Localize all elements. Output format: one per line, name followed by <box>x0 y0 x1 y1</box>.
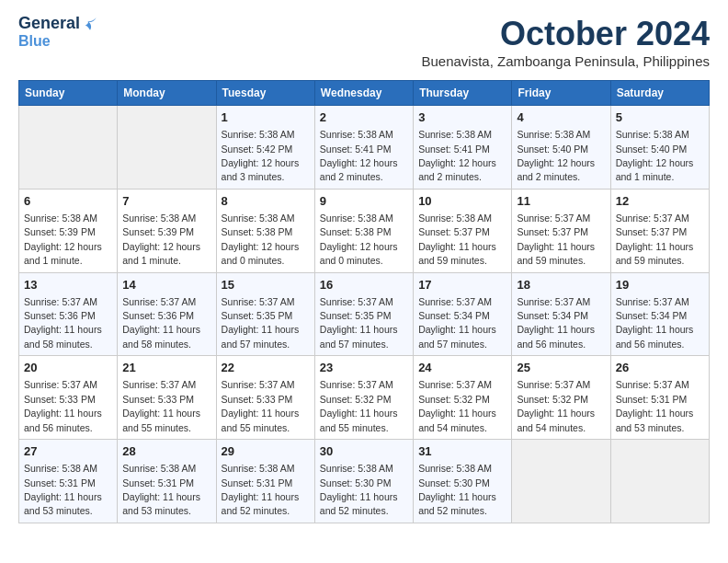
sunrise-info: Sunrise: 5:38 AM <box>320 213 393 224</box>
sunrise-info: Sunrise: 5:37 AM <box>517 379 590 390</box>
calendar-cell: 4Sunrise: 5:38 AMSunset: 5:40 PMDaylight… <box>512 106 610 190</box>
daylight-info: Daylight: 11 hours and 59 minutes. <box>418 241 496 266</box>
sunset-info: Sunset: 5:42 PM <box>222 144 293 155</box>
calendar-cell: 14Sunrise: 5:37 AMSunset: 5:36 PMDayligh… <box>118 272 216 356</box>
daylight-info: Daylight: 12 hours and 0 minutes. <box>320 241 398 266</box>
sunrise-info: Sunrise: 5:37 AM <box>616 296 689 307</box>
sunset-info: Sunset: 5:34 PM <box>418 310 490 321</box>
day-number: 29 <box>222 443 310 460</box>
day-number: 10 <box>418 193 506 210</box>
calendar-cell: 30Sunrise: 5:38 AMSunset: 5:30 PMDayligh… <box>314 440 413 523</box>
day-number: 5 <box>616 109 704 126</box>
daylight-info: Daylight: 11 hours and 56 minutes. <box>24 408 102 432</box>
daylight-info: Daylight: 11 hours and 54 minutes. <box>418 408 496 432</box>
sunset-info: Sunset: 5:34 PM <box>616 310 688 321</box>
sunset-info: Sunset: 5:31 PM <box>222 477 293 488</box>
weekday-header-sunday: Sunday <box>19 81 118 106</box>
sunset-info: Sunset: 5:31 PM <box>24 477 96 488</box>
sunset-info: Sunset: 5:36 PM <box>122 310 194 321</box>
title-area: October 2024 Buenavista, Zamboanga Penin… <box>421 15 710 76</box>
day-number: 25 <box>517 360 605 376</box>
sunrise-info: Sunrise: 5:38 AM <box>418 129 492 140</box>
daylight-info: Daylight: 12 hours and 2 minutes. <box>418 157 496 182</box>
sunrise-info: Sunrise: 5:38 AM <box>320 129 393 140</box>
daylight-info: Daylight: 11 hours and 53 minutes. <box>122 491 200 516</box>
day-number: 26 <box>616 360 704 376</box>
day-number: 24 <box>418 360 506 376</box>
weekday-header-tuesday: Tuesday <box>216 81 314 106</box>
daylight-info: Daylight: 12 hours and 0 minutes. <box>222 241 300 266</box>
sunrise-info: Sunrise: 5:37 AM <box>320 296 393 307</box>
daylight-info: Daylight: 12 hours and 2 minutes. <box>517 157 595 182</box>
sunset-info: Sunset: 5:40 PM <box>517 144 588 155</box>
sunrise-info: Sunrise: 5:37 AM <box>222 296 295 307</box>
sunrise-info: Sunrise: 5:38 AM <box>418 463 492 474</box>
sunset-info: Sunset: 5:31 PM <box>122 477 194 488</box>
calendar-cell: 18Sunrise: 5:37 AMSunset: 5:34 PMDayligh… <box>512 272 610 356</box>
calendar-cell: 27Sunrise: 5:38 AMSunset: 5:31 PMDayligh… <box>19 440 118 523</box>
sunrise-info: Sunrise: 5:37 AM <box>418 296 492 307</box>
calendar-table: SundayMondayTuesdayWednesdayThursdayFrid… <box>18 80 710 523</box>
sunset-info: Sunset: 5:35 PM <box>222 310 293 321</box>
day-number: 30 <box>320 443 408 460</box>
daylight-info: Daylight: 11 hours and 56 minutes. <box>616 324 694 349</box>
calendar-cell: 15Sunrise: 5:37 AMSunset: 5:35 PMDayligh… <box>216 272 314 356</box>
daylight-info: Daylight: 11 hours and 59 minutes. <box>517 241 595 266</box>
calendar-cell: 13Sunrise: 5:37 AMSunset: 5:36 PMDayligh… <box>19 272 118 356</box>
daylight-info: Daylight: 12 hours and 2 minutes. <box>320 157 398 182</box>
sunset-info: Sunset: 5:33 PM <box>24 394 96 405</box>
sunset-info: Sunset: 5:35 PM <box>320 310 392 321</box>
daylight-info: Daylight: 11 hours and 55 minutes. <box>320 408 398 432</box>
daylight-info: Daylight: 12 hours and 3 minutes. <box>222 157 300 182</box>
sunrise-info: Sunrise: 5:37 AM <box>517 296 590 307</box>
calendar-cell: 1Sunrise: 5:38 AMSunset: 5:42 PMDaylight… <box>216 106 314 190</box>
day-number: 17 <box>418 277 506 293</box>
daylight-info: Daylight: 11 hours and 56 minutes. <box>517 324 595 349</box>
day-number: 19 <box>616 277 704 293</box>
sunset-info: Sunset: 5:32 PM <box>418 394 490 405</box>
day-number: 12 <box>616 193 704 210</box>
daylight-info: Daylight: 11 hours and 58 minutes. <box>24 324 102 349</box>
calendar-cell: 7Sunrise: 5:38 AMSunset: 5:39 PMDaylight… <box>118 189 216 272</box>
sunset-info: Sunset: 5:33 PM <box>122 394 194 405</box>
calendar-cell: 26Sunrise: 5:37 AMSunset: 5:31 PMDayligh… <box>610 356 709 440</box>
day-number: 11 <box>517 193 605 210</box>
calendar-cell: 12Sunrise: 5:37 AMSunset: 5:37 PMDayligh… <box>610 189 709 272</box>
calendar-cell <box>118 106 216 190</box>
sunrise-info: Sunrise: 5:37 AM <box>222 379 295 390</box>
day-number: 13 <box>24 277 112 293</box>
daylight-info: Daylight: 11 hours and 58 minutes. <box>122 324 200 349</box>
day-number: 6 <box>24 193 112 210</box>
logo: General Blue <box>18 15 104 49</box>
calendar-cell: 21Sunrise: 5:37 AMSunset: 5:33 PMDayligh… <box>118 356 216 440</box>
calendar-cell: 5Sunrise: 5:38 AMSunset: 5:40 PMDaylight… <box>610 106 709 190</box>
weekday-header-thursday: Thursday <box>414 81 512 106</box>
sunrise-info: Sunrise: 5:37 AM <box>616 213 689 224</box>
month-title: October 2024 <box>421 15 710 53</box>
sunset-info: Sunset: 5:39 PM <box>122 226 194 237</box>
calendar-cell: 20Sunrise: 5:37 AMSunset: 5:33 PMDayligh… <box>19 356 118 440</box>
day-number: 7 <box>122 193 210 210</box>
calendar-cell: 23Sunrise: 5:37 AMSunset: 5:32 PMDayligh… <box>314 356 413 440</box>
daylight-info: Daylight: 11 hours and 53 minutes. <box>616 408 694 432</box>
sunrise-info: Sunrise: 5:38 AM <box>222 213 295 224</box>
calendar-cell: 17Sunrise: 5:37 AMSunset: 5:34 PMDayligh… <box>414 272 512 356</box>
sunrise-info: Sunrise: 5:38 AM <box>122 213 196 224</box>
calendar-cell: 29Sunrise: 5:38 AMSunset: 5:31 PMDayligh… <box>216 440 314 523</box>
daylight-info: Daylight: 12 hours and 1 minute. <box>122 241 200 266</box>
day-number: 23 <box>320 360 408 376</box>
calendar-cell: 10Sunrise: 5:38 AMSunset: 5:37 PMDayligh… <box>414 189 512 272</box>
sunset-info: Sunset: 5:30 PM <box>320 477 392 488</box>
calendar-cell: 8Sunrise: 5:38 AMSunset: 5:38 PMDaylight… <box>216 189 314 272</box>
day-number: 21 <box>122 360 210 376</box>
sunrise-info: Sunrise: 5:37 AM <box>122 296 196 307</box>
day-number: 28 <box>122 443 210 460</box>
day-number: 4 <box>517 109 605 126</box>
sunrise-info: Sunrise: 5:38 AM <box>418 213 492 224</box>
sunrise-info: Sunrise: 5:37 AM <box>418 379 492 390</box>
sunset-info: Sunset: 5:39 PM <box>24 226 96 237</box>
day-number: 22 <box>222 360 310 376</box>
day-number: 18 <box>517 277 605 293</box>
daylight-info: Daylight: 11 hours and 55 minutes. <box>122 408 200 432</box>
sunrise-info: Sunrise: 5:38 AM <box>320 463 393 474</box>
